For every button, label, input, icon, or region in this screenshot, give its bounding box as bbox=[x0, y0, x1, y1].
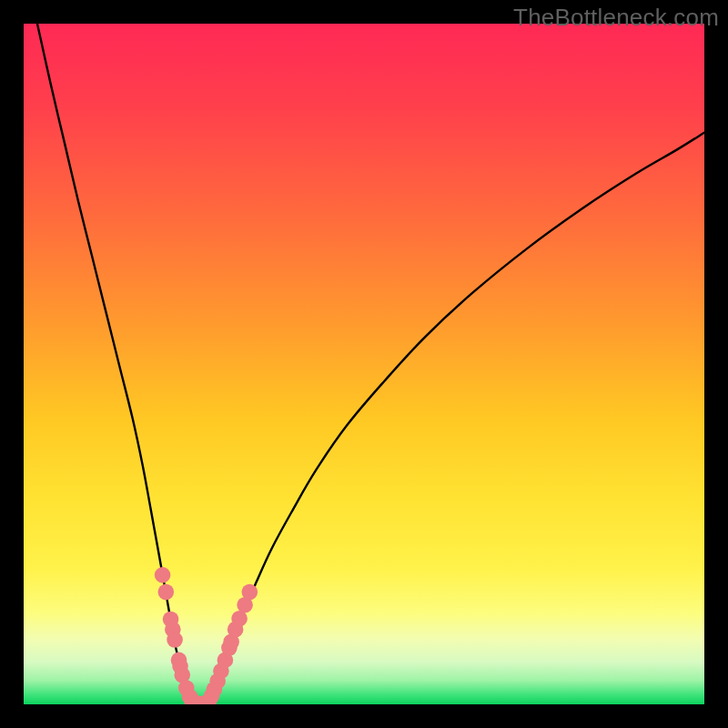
data-marker bbox=[158, 584, 175, 601]
data-marker bbox=[167, 632, 183, 648]
chart-frame: TheBottleneck.com bbox=[0, 0, 728, 728]
data-marker bbox=[155, 567, 171, 583]
data-marker bbox=[242, 584, 258, 601]
bottleneck-curve-chart bbox=[24, 24, 704, 704]
data-marker bbox=[231, 611, 248, 627]
gradient-background bbox=[24, 24, 704, 704]
chart-plot-area bbox=[24, 24, 704, 704]
watermark-text: TheBottleneck.com bbox=[513, 4, 719, 32]
